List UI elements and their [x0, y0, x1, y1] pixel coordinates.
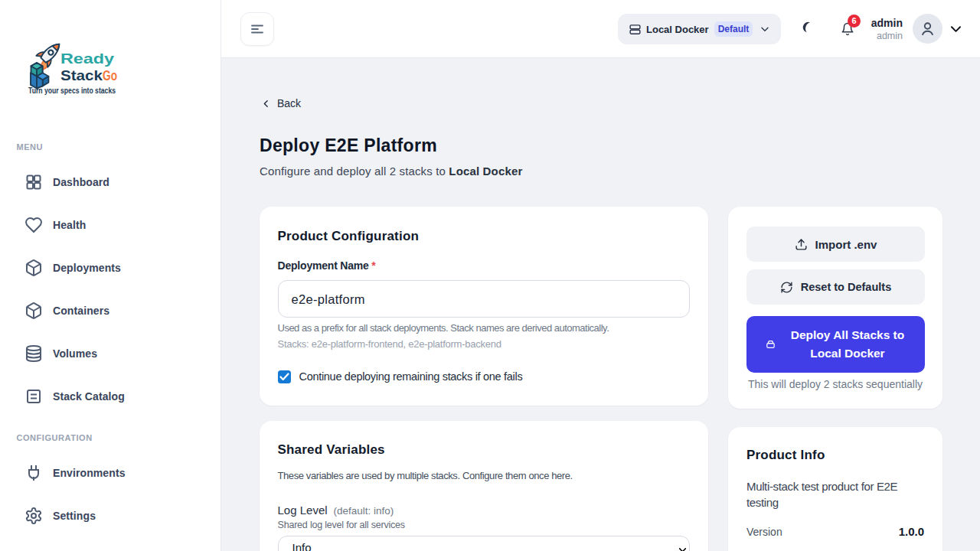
- svg-text:Go: Go: [103, 67, 117, 83]
- svg-text:Turn your specs into stacks: Turn your specs into stacks: [28, 86, 116, 95]
- svg-text:Stack: Stack: [60, 67, 103, 83]
- svg-text:Ready: Ready: [60, 51, 115, 67]
